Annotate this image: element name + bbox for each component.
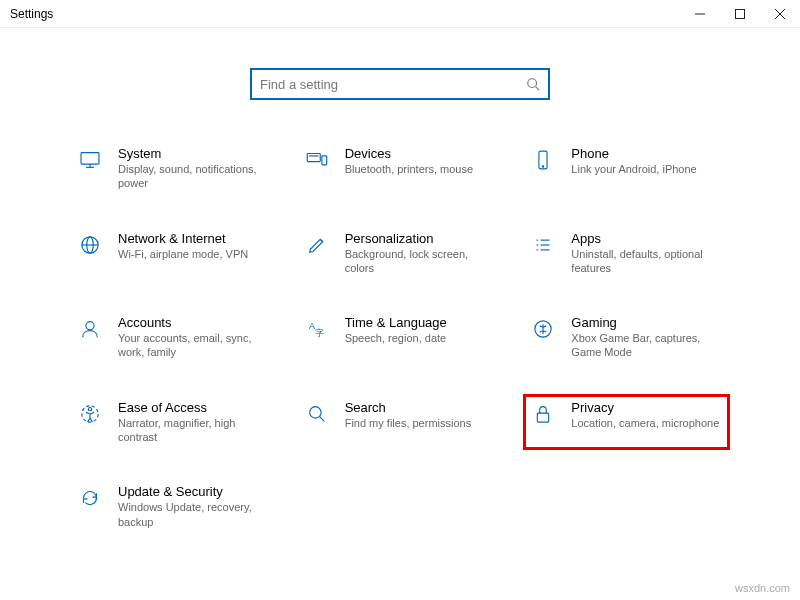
tile-desc: Location, camera, microphone (571, 416, 719, 430)
tile-time-language[interactable]: A字 Time & Language Speech, region, date (297, 309, 504, 366)
tile-title: Ease of Access (118, 400, 268, 415)
tile-devices[interactable]: Devices Bluetooth, printers, mouse (297, 140, 504, 197)
search-icon (526, 77, 540, 91)
svg-point-13 (543, 166, 544, 167)
svg-point-4 (528, 79, 537, 88)
tile-personalization[interactable]: Personalization Background, lock screen,… (297, 225, 504, 282)
tile-update-security[interactable]: Update & Security Windows Update, recove… (70, 478, 277, 535)
search-tile-icon (303, 400, 331, 428)
tile-desc: Uninstall, defaults, optional features (571, 247, 721, 276)
svg-rect-9 (307, 154, 320, 162)
lock-icon (529, 400, 557, 428)
tile-title: Phone (571, 146, 696, 161)
accessibility-icon (76, 400, 104, 428)
system-icon (76, 146, 104, 174)
close-icon (775, 9, 785, 19)
paintbrush-icon (303, 231, 331, 259)
apps-icon (529, 231, 557, 259)
tile-desc: Windows Update, recovery, backup (118, 500, 268, 529)
svg-point-29 (309, 406, 320, 417)
tile-system[interactable]: System Display, sound, notifications, po… (70, 140, 277, 197)
update-icon (76, 484, 104, 512)
tile-desc: Find my files, permissions (345, 416, 472, 430)
search-container (20, 68, 780, 100)
tile-title: Personalization (345, 231, 495, 246)
maximize-icon (735, 9, 745, 19)
window-buttons (680, 0, 800, 28)
tile-title: Update & Security (118, 484, 268, 499)
tile-desc: Bluetooth, printers, mouse (345, 162, 473, 176)
tile-title: System (118, 146, 268, 161)
minimize-button[interactable] (680, 0, 720, 28)
svg-text:A: A (309, 321, 315, 331)
main-content: System Display, sound, notifications, po… (0, 28, 800, 535)
tile-desc: Background, lock screen, colors (345, 247, 495, 276)
search-input[interactable] (260, 77, 526, 92)
watermark: wsxdn.com (735, 582, 790, 594)
minimize-icon (695, 9, 705, 19)
svg-line-5 (536, 87, 540, 91)
time-language-icon: A字 (303, 315, 331, 343)
window-title: Settings (10, 7, 53, 21)
tile-title: Gaming (571, 315, 721, 330)
tile-desc: Speech, region, date (345, 331, 447, 345)
svg-rect-10 (322, 156, 327, 165)
tile-title: Search (345, 400, 472, 415)
tile-title: Accounts (118, 315, 268, 330)
tile-desc: Your accounts, email, sync, work, family (118, 331, 268, 360)
tile-phone[interactable]: Phone Link your Android, iPhone (523, 140, 730, 197)
tile-desc: Wi-Fi, airplane mode, VPN (118, 247, 248, 261)
svg-text:字: 字 (315, 328, 324, 338)
tile-title: Privacy (571, 400, 719, 415)
search-box[interactable] (250, 68, 550, 100)
tile-desc: Xbox Game Bar, captures, Game Mode (571, 331, 721, 360)
tile-network[interactable]: Network & Internet Wi-Fi, airplane mode,… (70, 225, 277, 282)
tile-gaming[interactable]: Gaming Xbox Game Bar, captures, Game Mod… (523, 309, 730, 366)
svg-rect-1 (736, 9, 745, 18)
tile-title: Devices (345, 146, 473, 161)
tile-ease-of-access[interactable]: Ease of Access Narrator, magnifier, high… (70, 394, 277, 451)
tile-title: Network & Internet (118, 231, 248, 246)
tile-desc: Narrator, magnifier, high contrast (118, 416, 268, 445)
tile-accounts[interactable]: Accounts Your accounts, email, sync, wor… (70, 309, 277, 366)
phone-icon (529, 146, 557, 174)
svg-rect-6 (81, 153, 99, 164)
globe-icon (76, 231, 104, 259)
tile-desc: Display, sound, notifications, power (118, 162, 268, 191)
gaming-icon (529, 315, 557, 343)
svg-point-28 (88, 407, 91, 410)
devices-icon (303, 146, 331, 174)
svg-rect-31 (538, 413, 549, 422)
tile-search[interactable]: Search Find my files, permissions (297, 394, 504, 451)
tile-title: Apps (571, 231, 721, 246)
settings-grid: System Display, sound, notifications, po… (20, 140, 780, 535)
tile-apps[interactable]: Apps Uninstall, defaults, optional featu… (523, 225, 730, 282)
tile-title: Time & Language (345, 315, 447, 330)
titlebar: Settings (0, 0, 800, 28)
tile-desc: Link your Android, iPhone (571, 162, 696, 176)
close-button[interactable] (760, 0, 800, 28)
svg-point-23 (86, 322, 94, 330)
svg-line-30 (319, 416, 324, 421)
tile-privacy[interactable]: Privacy Location, camera, microphone (523, 394, 730, 451)
person-icon (76, 315, 104, 343)
maximize-button[interactable] (720, 0, 760, 28)
